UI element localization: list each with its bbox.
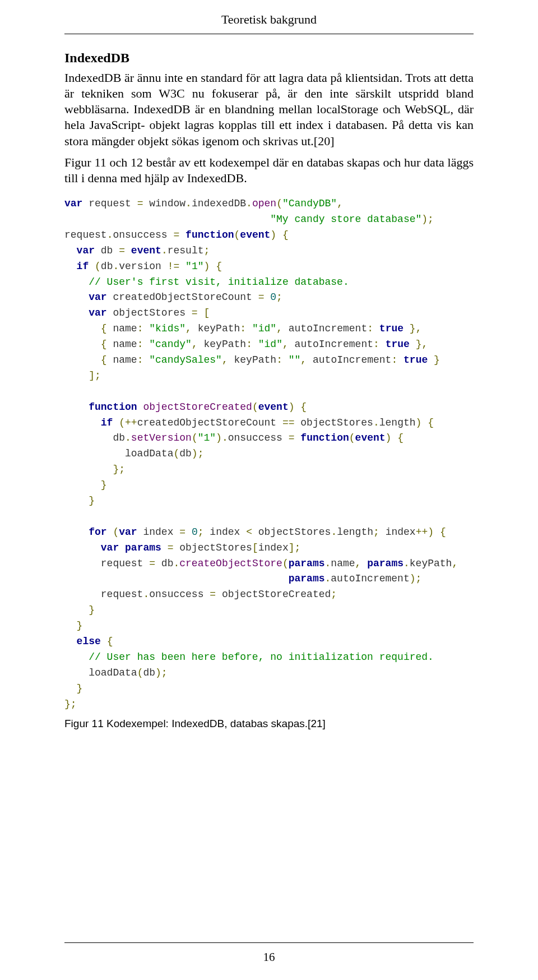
page: Teoretisk bakgrund IndexedDB IndexedDB ä… — [0, 0, 538, 980]
header-rule — [64, 34, 474, 34]
running-header: Teoretisk bakgrund — [0, 12, 538, 27]
section-heading-indexeddb: IndexedDB — [64, 50, 474, 66]
code-block: var request = window.indexedDB.open("Can… — [64, 196, 474, 712]
footer-rule — [64, 942, 474, 943]
figure-caption-11: Figur 11 Kodexempel: IndexedDB, databas … — [64, 718, 474, 730]
content-area: IndexedDB IndexedDB är ännu inte en stan… — [64, 0, 474, 730]
page-number: 16 — [0, 950, 538, 964]
code-figure-11: var request = window.indexedDB.open("Can… — [64, 196, 474, 712]
body-paragraph-2: Figur 11 och 12 består av ett kodexempel… — [64, 155, 474, 186]
body-paragraph-1: IndexedDB är ännu inte en standard för a… — [64, 70, 474, 149]
